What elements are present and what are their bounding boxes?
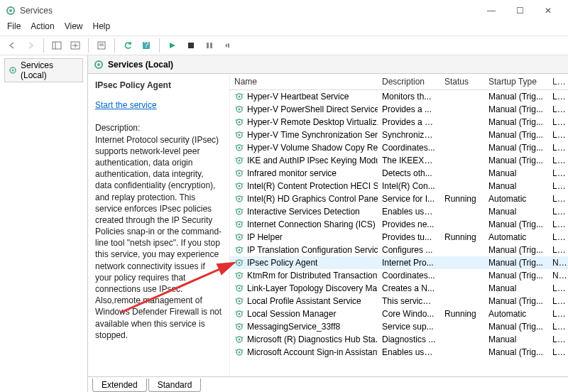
toolbar-sep [43,38,44,53]
toolbar: ? [0,36,568,55]
stop-service-button[interactable] [183,38,199,53]
forward-button[interactable] [23,38,38,53]
col-header-description[interactable]: Description [378,74,440,89]
minimize-button[interactable]: — [477,0,506,21]
service-status [440,337,484,342]
svg-rect-11 [207,43,209,48]
restart-service-button[interactable] [220,38,236,53]
col-header-logon[interactable]: Log [548,74,568,89]
export-list-button[interactable] [67,38,83,53]
service-gear-icon [234,245,244,255]
service-gear-icon [234,334,244,344]
service-startup: Manual (Trig... [484,344,548,360]
detail-panel: IPsec Policy Agent Start the service Des… [88,74,230,392]
svg-point-47 [239,275,241,277]
svg-point-21 [239,109,241,111]
service-gear-icon [234,104,244,114]
service-gear-icon [234,143,244,153]
services-app-icon [6,6,16,16]
service-name: Hyper-V PowerShell Direct Service [247,104,378,114]
view-tabs: Extended Standard [88,376,568,392]
service-description: Enables use... [378,344,440,360]
menu-action[interactable]: Action [31,21,54,36]
services-list: Name Description Status Startup Type Log… [230,74,568,392]
service-status [440,285,484,291]
svg-rect-12 [210,43,212,48]
service-name: Microsoft (R) Diagnostics Hub Sta... [247,334,378,344]
services-tree-icon [8,65,18,75]
pause-service-button[interactable] [202,38,217,53]
service-status [440,324,484,330]
toolbar-sep [159,38,160,53]
description-label: Description: [95,122,222,134]
service-gear-icon [234,219,244,229]
service-name: Hyper-V Time Synchronization Serv... [247,130,378,140]
service-status [440,158,484,163]
col-header-name[interactable]: Name [230,74,378,89]
service-status [440,107,484,112]
show-hide-tree-button[interactable] [49,38,65,53]
service-name: Hyper-V Remote Desktop Virtualiz... [247,117,378,127]
service-gear-icon [234,309,244,319]
service-status: Running [440,306,484,322]
service-name: MessagingService_33ff8 [247,322,340,332]
svg-point-23 [239,121,241,124]
service-name: IP Helper [247,232,283,242]
svg-point-31 [239,173,241,175]
service-name: Infrared monitor service [247,168,337,178]
tab-standard[interactable]: Standard [148,379,202,392]
tree-item-services-local[interactable]: Services (Local) [4,58,83,82]
col-header-startup[interactable]: Startup Type [484,74,548,89]
maximize-button[interactable]: ☐ [506,0,534,21]
menu-help[interactable]: Help [93,21,111,36]
service-status [440,119,484,125]
service-gear-icon [234,258,244,268]
svg-point-57 [239,339,241,341]
service-status [440,132,484,138]
svg-rect-2 [53,42,61,49]
menu-view[interactable]: View [65,21,83,36]
window-title: Services [20,6,53,16]
svg-point-39 [239,224,241,226]
service-row[interactable]: Microsoft Account Sign-in AssistantEnabl… [230,346,568,359]
svg-point-41 [239,236,241,239]
start-service-link[interactable]: Start the service [95,100,157,110]
service-status [440,273,484,278]
service-gear-icon [234,117,244,127]
refresh-button[interactable] [120,38,136,53]
service-name: IKE and AuthIP IPsec Keying Modu... [247,156,378,165]
service-logon: Loc [548,344,568,360]
services-header-icon [94,60,104,70]
svg-point-15 [12,70,14,72]
service-name: Microsoft Account Sign-in Assistant [247,347,378,357]
svg-point-43 [239,249,241,251]
svg-point-37 [239,211,241,213]
svg-point-17 [97,63,100,66]
service-name: Internet Connection Sharing (ICS) [247,219,376,229]
back-button[interactable] [4,38,20,53]
service-status [440,183,484,189]
tab-extended[interactable]: Extended [92,379,147,392]
start-service-button[interactable] [165,38,180,53]
service-status [440,260,484,266]
service-status [440,170,484,176]
menu-file[interactable]: File [7,21,21,36]
service-gear-icon [234,207,244,217]
service-status [440,145,484,151]
toolbar-sep [88,38,89,53]
service-gear-icon [234,92,244,102]
grid-header: Name Description Status Startup Type Log [230,74,568,90]
svg-point-19 [239,96,241,98]
right-pane: Services (Local) IPsec Policy Agent Star… [88,55,568,392]
service-name: Intel(R) HD Graphics Control Panel... [247,194,378,204]
help-button[interactable]: ? [138,38,154,53]
svg-point-55 [239,326,241,328]
menubar: File Action View Help [0,21,568,36]
service-name: Hyper-V Volume Shadow Copy Re... [247,143,378,153]
properties-button[interactable] [94,38,109,53]
service-gear-icon [234,181,244,191]
close-button[interactable]: ✕ [534,0,562,21]
service-name: Intel(R) Content Protection HECI S... [247,181,378,191]
svg-rect-10 [188,43,194,48]
col-header-status[interactable]: Status [440,74,484,89]
